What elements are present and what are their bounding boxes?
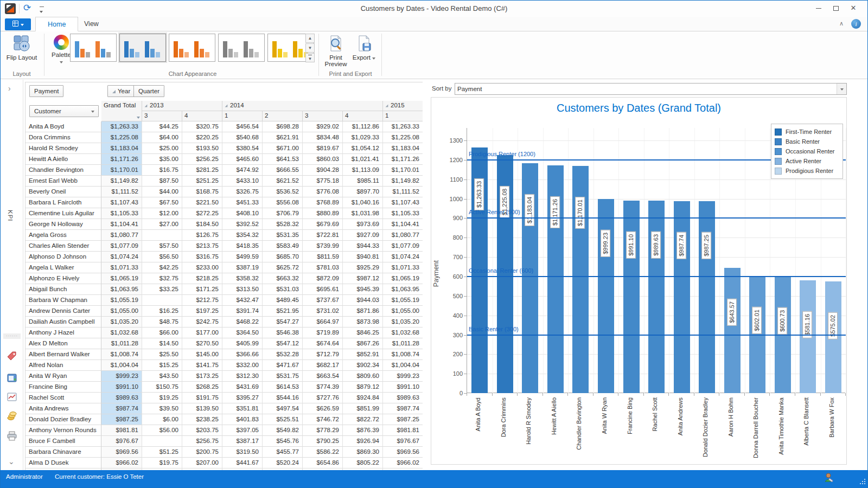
quarter-header[interactable]: 2 <box>263 111 303 121</box>
data-cell: $927.09 <box>343 230 383 241</box>
row-header-customer[interactable]: Dailiah Austin Campbell <box>25 317 101 328</box>
gallery-thumb-1[interactable] <box>70 34 117 62</box>
grand-total-cell: $1,032.68 <box>101 328 142 338</box>
row-header-customer[interactable]: Alfred Nolan <box>25 360 101 371</box>
quarter-header[interactable]: 4 <box>343 111 383 121</box>
row-header-customer[interactable]: Barbara L Faircloth <box>25 197 101 208</box>
window-layout-icon[interactable] <box>7 373 17 383</box>
tag-icon[interactable] <box>7 351 17 362</box>
row-header-customer[interactable]: Anita Andrews <box>25 403 101 414</box>
bar-Anita Andrews[interactable] <box>674 201 690 393</box>
resize-grip[interactable] <box>859 478 865 484</box>
gallery-thumb-3[interactable] <box>169 34 215 62</box>
bar-Rachel Scott[interactable] <box>648 201 665 393</box>
data-cell: $141.75 <box>182 360 222 371</box>
column-field-button-quarter[interactable]: Quarter <box>133 85 164 97</box>
maximize-button[interactable] <box>828 3 844 14</box>
row-header-customer[interactable]: Beverly Oneil <box>25 187 101 197</box>
row-header-customer[interactable]: Francine Bing <box>25 382 101 393</box>
close-button[interactable]: ✕ <box>846 3 861 14</box>
info-icon[interactable]: i <box>851 19 861 29</box>
data-cell: $544.16 <box>263 393 303 403</box>
quarter-header[interactable]: 4 <box>182 111 222 121</box>
bar-Aaron H Bohm[interactable] <box>724 268 741 393</box>
row-header-customer[interactable]: Anita A Boyd <box>25 121 101 132</box>
row-header-customer[interactable]: Hewitt A Aiello <box>25 154 101 165</box>
group-label-layout: Layout <box>1 70 43 77</box>
quarter-header[interactable]: 3 <box>303 111 343 121</box>
data-cell: $433.10 <box>222 176 263 187</box>
row-header-customer[interactable]: Andrew Dennis Carter <box>25 306 101 317</box>
row-header-customer[interactable]: Albert Bernard Walker <box>25 349 101 360</box>
row-header-customer[interactable]: Alma D Dusek <box>25 458 101 468</box>
row-header-customer[interactable]: Rachel Scott <box>25 393 101 403</box>
tab-view[interactable]: View <box>72 17 111 31</box>
nav-splitter-handle[interactable]: ······ <box>3 333 21 339</box>
row-field-button-customer[interactable]: Customer <box>29 105 99 117</box>
row-header-customer[interactable]: Alex D Melton <box>25 338 101 349</box>
row-header-customer[interactable]: Barbara W Chapman <box>25 295 101 306</box>
column-field-button-year[interactable]: Year <box>107 85 135 97</box>
flip-layout-button[interactable]: Flip Layout <box>6 34 37 61</box>
print-preview-button[interactable]: Print Preview <box>323 34 349 67</box>
year-header-2014[interactable]: 2014 <box>222 101 383 111</box>
gallery-thumb-4[interactable] <box>218 34 265 62</box>
x-axis-label: Anita Andrews <box>677 397 684 435</box>
grand-total-header[interactable]: Grand Total <box>101 101 142 121</box>
data-cell: $674.64 <box>303 338 343 349</box>
row-header-customer[interactable]: Alphonzo E Hively <box>25 273 101 284</box>
legend-label: Basic Renter <box>786 138 820 145</box>
gallery-scroll-up-icon[interactable]: ▲ <box>305 34 315 43</box>
minimize-button[interactable] <box>811 3 826 14</box>
application-menu-button[interactable] <box>5 18 31 30</box>
row-header-customer[interactable]: Abigail Bunch <box>25 284 101 295</box>
grand-total-cell: $1,080.77 <box>101 230 142 241</box>
row-header-customer[interactable]: Donald Dozier Bradley <box>25 414 101 425</box>
data-cell: $32.75 <box>142 273 182 284</box>
quarter-header[interactable]: 1 <box>222 111 263 121</box>
year-header-2013[interactable]: 2013 <box>142 101 222 111</box>
collapse-ribbon-icon[interactable]: ∧ <box>839 20 844 27</box>
row-header-customer[interactable]: Charles Allen Stender <box>25 241 101 252</box>
quarter-header[interactable]: 3 <box>142 111 182 121</box>
collapse-nav-icon[interactable]: ⌄ <box>8 457 15 466</box>
row-header-customer[interactable]: Angela Gross <box>25 230 101 241</box>
bar-Donald Dozier Bradley[interactable] <box>699 201 715 393</box>
filter-dropdown-icon[interactable] <box>91 111 94 113</box>
row-header-customer[interactable]: Bruce F Cambell <box>25 436 101 447</box>
line-chart-icon[interactable] <box>7 391 17 402</box>
row-header-customer[interactable]: Anthony J Hazel <box>25 328 101 338</box>
gallery-scroll-down-icon[interactable]: ▼ <box>305 43 315 53</box>
grand-total-cell: $976.67 <box>101 436 142 447</box>
row-header-customer[interactable]: Angela L Walker <box>25 262 101 273</box>
bar-Francine Bing[interactable] <box>623 201 640 393</box>
row-header-customer[interactable]: Chandler Bevington <box>25 165 101 176</box>
grand-total-cell: $1,071.33 <box>101 262 142 273</box>
printer-icon[interactable] <box>7 431 17 441</box>
quarter-header[interactable]: 1 <box>383 111 423 121</box>
row-header-customer[interactable]: Anita W Ryan <box>25 371 101 382</box>
row-header-customer[interactable]: Anthony Vernon Rounds <box>25 425 101 436</box>
bar-Anita W Ryan[interactable] <box>598 199 614 393</box>
row-header-customer[interactable]: Clementine Luis Aguilar <box>25 208 101 219</box>
year-header-2015[interactable]: 2015 <box>383 101 423 111</box>
nav-caption-kpi[interactable]: KPI <box>7 210 14 222</box>
row-header-customer[interactable]: Ernest Earl Webb <box>25 176 101 187</box>
row-header-customer[interactable]: Barbara Chinavare <box>25 447 101 458</box>
coins-icon[interactable] <box>7 410 17 421</box>
sort-by-combobox[interactable]: Payment <box>455 83 847 95</box>
row-header-customer[interactable]: George N Holloway <box>25 219 101 230</box>
row-header-customer[interactable]: Harold R Smodey <box>25 143 101 154</box>
combobox-dropdown-icon[interactable] <box>837 84 846 94</box>
data-field-button-payment[interactable]: Payment <box>29 85 63 97</box>
export-button[interactable]: Export <box>352 34 376 61</box>
row-header-customer[interactable]: Dora Crimmins <box>25 132 101 143</box>
expand-nav-icon[interactable]: › <box>8 84 11 93</box>
gallery-thumb-2[interactable] <box>119 34 166 62</box>
data-cell: $1,077.09 <box>383 241 423 252</box>
data-cell: $1,080.77 <box>383 230 423 241</box>
user-key-icon[interactable] <box>823 472 835 484</box>
legend-item: Prodigious Renter <box>775 166 839 176</box>
gallery-expand-icon[interactable]: ▼ <box>305 53 315 62</box>
row-header-customer[interactable]: Alphonso D Johnson <box>25 252 101 262</box>
